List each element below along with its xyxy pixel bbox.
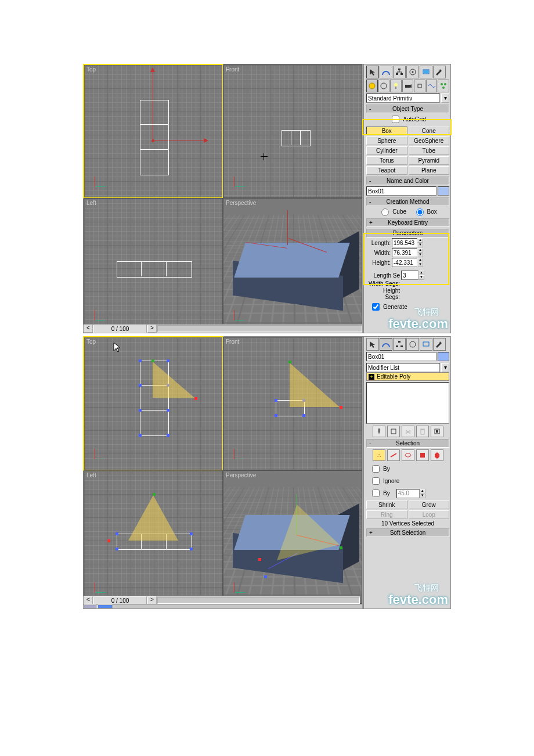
tab-create[interactable] [366,338,379,351]
modifier-stack-item[interactable]: + Editable Poly [366,372,449,381]
rollout-selection[interactable]: -Selection [366,439,449,448]
primitive-type-dropdown[interactable]: Standard Primitiv [366,93,440,103]
rollout-soft-selection[interactable]: +Soft Selection [366,528,449,537]
category-helpers[interactable] [414,80,425,92]
tab-motion[interactable] [406,338,419,351]
viewport-top[interactable]: Top [84,337,223,470]
primitive-torus-button[interactable]: Torus [366,156,407,165]
viewport-front[interactable]: Front [223,337,362,470]
frame-slider[interactable]: < 0 / 100 > [84,596,360,604]
move-gizmo[interactable] [264,494,334,564]
subobj-polygon-button[interactable] [416,449,429,461]
rollout-name-color[interactable]: -Name and Color [366,177,449,185]
viewport-top[interactable]: Top [84,64,223,198]
grow-button[interactable]: Grow [409,501,450,509]
viewport-label: Perspective [226,200,256,206]
height-spinner[interactable]: -42.331▲▼ [392,258,423,267]
viewport-left[interactable]: Left [84,198,223,332]
category-geometry[interactable] [366,80,378,92]
creation-box-radio[interactable] [416,208,424,216]
autogrid-checkbox[interactable] [392,116,399,123]
rollout-creation-method[interactable]: -Creation Method [366,197,449,206]
primitive-tube-button[interactable]: Tube [409,146,450,155]
rollout-parameters[interactable]: -Parameters [366,229,449,237]
tab-create[interactable] [366,66,379,78]
frame-display[interactable]: 0 / 100 [93,325,147,333]
svg-rect-20 [391,429,396,434]
loop-button[interactable]: Loop [409,510,450,519]
length-spinner[interactable]: 196.543▲▼ [392,238,423,247]
object-color-swatch[interactable] [438,186,449,196]
category-shapes[interactable] [378,80,390,92]
primitive-cone-button[interactable]: Cone [409,127,450,135]
viewport-front[interactable]: Front [223,64,362,198]
ring-button[interactable]: Ring [366,510,407,519]
subobj-edge-button[interactable] [387,449,400,461]
tab-utilities[interactable] [433,66,446,78]
modifier-list-dropdown[interactable]: Modifier List [366,363,440,372]
show-end-result-button[interactable] [387,426,400,437]
cursor-arrow-icon [113,342,121,352]
stack-result-icon [389,427,398,435]
svg-rect-11 [418,84,421,88]
screenshot-1-create-panel: Top Front Left [83,64,451,333]
category-cameras[interactable] [402,80,414,92]
dropdown-arrow-icon[interactable]: ▾ [441,363,449,372]
primitive-sphere-button[interactable]: Sphere [366,136,407,145]
tab-hierarchy[interactable] [393,338,406,351]
generate-mapping-checkbox[interactable] [372,303,380,311]
shrink-button[interactable]: Shrink [366,501,407,509]
category-spacewarps[interactable] [426,80,438,92]
dropdown-arrow-icon[interactable]: ▾ [441,93,449,103]
tab-utilities[interactable] [433,338,446,351]
tab-display[interactable] [420,338,432,351]
rollout-keyboard-entry[interactable]: +Keyboard Entry [366,218,449,227]
ignore-backfacing-checkbox[interactable] [372,477,380,485]
object-name-input[interactable]: Box01 [366,186,436,196]
frame-slider[interactable]: < 0 / 100 > [84,324,362,333]
frame-next-button[interactable]: > [147,325,157,333]
tab-motion[interactable] [406,66,419,78]
make-unique-button[interactable]: ⋈ [402,426,414,437]
category-lights[interactable] [390,80,402,92]
rollout-object-type[interactable]: -Object Type [366,105,449,113]
by-vertex-checkbox[interactable] [372,465,380,473]
tab-modify[interactable] [380,66,392,78]
primitive-teapot-button[interactable]: Teapot [366,166,407,175]
viewport-perspective[interactable]: Perspective [223,470,362,604]
primitive-cylinder-button[interactable]: Cylinder [366,146,407,155]
creation-cube-radio[interactable] [381,208,389,216]
length-segs-spinner[interactable]: 3▲▼ [401,271,424,280]
object-color-swatch[interactable] [438,352,449,361]
by-angle-checkbox[interactable] [372,489,380,497]
tab-display[interactable] [420,66,432,78]
primitive-geosphere-button[interactable]: GeoSphere [409,136,450,145]
viewport-left[interactable]: Left [84,470,223,604]
trackbar[interactable] [84,604,362,609]
category-systems[interactable] [438,80,449,92]
modifier-stack[interactable] [366,382,449,424]
tab-modify[interactable] [380,338,392,351]
frame-prev-button[interactable]: < [84,596,93,604]
configure-sets-button[interactable] [431,426,443,437]
viewport-label: Top [86,339,96,345]
primitive-pyramid-button[interactable]: Pyramid [409,156,450,165]
primitive-plane-button[interactable]: Plane [409,166,450,175]
viewport-perspective[interactable]: Perspective [223,198,362,332]
stack-expand-icon[interactable]: + [369,374,374,380]
object-name-input[interactable]: Box01 [366,352,436,361]
subobj-element-button[interactable] [431,449,443,461]
viewport-axis-tripod [229,443,250,464]
primitive-box-button[interactable]: Box [366,127,407,135]
rainbow-icon [382,68,390,76]
pin-stack-button[interactable] [373,426,385,437]
width-spinner[interactable]: 76.391▲▼ [392,248,423,257]
frame-next-button[interactable]: > [147,596,157,604]
remove-modifier-button[interactable] [416,426,429,437]
subobj-vertex-button[interactable]: ∴ [373,449,385,461]
subobj-border-button[interactable] [402,449,414,461]
tab-hierarchy[interactable] [393,66,406,78]
command-panel-create: Standard Primitiv ▾ -Object Type AutoGri… [363,64,450,333]
angle-spinner[interactable]: 45.0▲▼ [396,489,425,498]
frame-prev-button[interactable]: < [84,325,93,333]
